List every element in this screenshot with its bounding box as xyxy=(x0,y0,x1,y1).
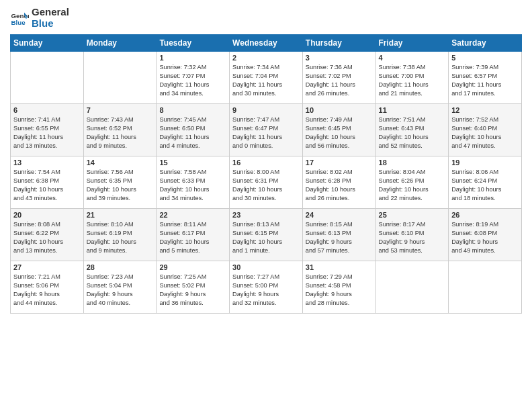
day-info: Sunrise: 8:02 AM Sunset: 6:28 PM Dayligh… xyxy=(306,168,373,203)
day-number: 11 xyxy=(379,106,446,114)
calendar-cell: 10Sunrise: 7:49 AM Sunset: 6:45 PM Dayli… xyxy=(302,104,375,156)
week-row-3: 13Sunrise: 7:54 AM Sunset: 6:38 PM Dayli… xyxy=(11,156,522,209)
day-number: 7 xyxy=(87,106,154,114)
calendar-cell: 1Sunrise: 7:32 AM Sunset: 7:07 PM Daylig… xyxy=(157,52,230,104)
calendar-cell: 9Sunrise: 7:47 AM Sunset: 6:47 PM Daylig… xyxy=(230,104,303,156)
day-info: Sunrise: 7:54 AM Sunset: 6:38 PM Dayligh… xyxy=(13,168,81,203)
day-number: 18 xyxy=(379,158,446,167)
day-info: Sunrise: 8:06 AM Sunset: 6:24 PM Dayligh… xyxy=(451,168,519,203)
day-number: 10 xyxy=(306,106,373,114)
calendar-cell: 20Sunrise: 8:08 AM Sunset: 6:22 PM Dayli… xyxy=(11,209,84,261)
header-monday: Monday xyxy=(83,35,157,52)
calendar-cell: 30Sunrise: 7:27 AM Sunset: 5:00 PM Dayli… xyxy=(230,261,303,314)
calendar-cell xyxy=(375,261,449,314)
logo: General Blue General Blue xyxy=(10,7,69,29)
day-number: 8 xyxy=(159,106,226,114)
calendar-cell: 19Sunrise: 8:06 AM Sunset: 6:24 PM Dayli… xyxy=(449,156,522,209)
header: General Blue General Blue xyxy=(10,7,522,29)
calendar-cell xyxy=(11,52,84,104)
day-number: 30 xyxy=(232,263,300,271)
day-number: 20 xyxy=(13,211,81,219)
day-info: Sunrise: 7:52 AM Sunset: 6:40 PM Dayligh… xyxy=(451,116,519,150)
calendar-cell: 29Sunrise: 7:25 AM Sunset: 5:02 PM Dayli… xyxy=(157,261,230,314)
day-info: Sunrise: 7:21 AM Sunset: 5:06 PM Dayligh… xyxy=(13,273,81,308)
logo-icon: General Blue xyxy=(10,9,29,28)
header-row: SundayMondayTuesdayWednesdayThursdayFrid… xyxy=(11,35,522,52)
calendar-cell: 22Sunrise: 8:11 AM Sunset: 6:17 PM Dayli… xyxy=(157,209,230,261)
header-wednesday: Wednesday xyxy=(230,35,303,52)
day-info: Sunrise: 7:23 AM Sunset: 5:04 PM Dayligh… xyxy=(87,273,154,308)
day-info: Sunrise: 7:27 AM Sunset: 5:00 PM Dayligh… xyxy=(232,273,300,308)
calendar-cell: 24Sunrise: 8:15 AM Sunset: 6:13 PM Dayli… xyxy=(302,209,375,261)
day-number: 4 xyxy=(379,54,446,62)
day-number: 28 xyxy=(87,263,154,271)
day-number: 21 xyxy=(87,211,154,219)
day-info: Sunrise: 8:04 AM Sunset: 6:26 PM Dayligh… xyxy=(379,168,446,203)
day-number: 24 xyxy=(306,211,373,219)
calendar-cell: 12Sunrise: 7:52 AM Sunset: 6:40 PM Dayli… xyxy=(449,104,522,156)
day-info: Sunrise: 7:49 AM Sunset: 6:45 PM Dayligh… xyxy=(306,116,373,150)
day-info: Sunrise: 7:32 AM Sunset: 7:07 PM Dayligh… xyxy=(159,63,226,98)
day-info: Sunrise: 7:38 AM Sunset: 7:00 PM Dayligh… xyxy=(379,63,446,98)
day-number: 2 xyxy=(232,54,300,62)
calendar-cell: 17Sunrise: 8:02 AM Sunset: 6:28 PM Dayli… xyxy=(302,156,375,209)
day-number: 23 xyxy=(232,211,300,219)
calendar-cell: 8Sunrise: 7:45 AM Sunset: 6:50 PM Daylig… xyxy=(157,104,230,156)
day-number: 31 xyxy=(306,263,373,271)
week-row-1: 1Sunrise: 7:32 AM Sunset: 7:07 PM Daylig… xyxy=(11,52,522,104)
day-info: Sunrise: 8:19 AM Sunset: 6:08 PM Dayligh… xyxy=(451,220,519,255)
day-number: 19 xyxy=(451,158,519,167)
day-number: 3 xyxy=(306,54,373,62)
day-info: Sunrise: 7:51 AM Sunset: 6:43 PM Dayligh… xyxy=(379,116,446,150)
logo-text-blue: Blue xyxy=(32,18,69,30)
header-thursday: Thursday xyxy=(302,35,375,52)
day-info: Sunrise: 7:25 AM Sunset: 5:02 PM Dayligh… xyxy=(159,273,226,308)
calendar-table: SundayMondayTuesdayWednesdayThursdayFrid… xyxy=(10,34,522,314)
calendar-cell: 15Sunrise: 7:58 AM Sunset: 6:33 PM Dayli… xyxy=(157,156,230,209)
calendar-cell: 18Sunrise: 8:04 AM Sunset: 6:26 PM Dayli… xyxy=(375,156,449,209)
day-number: 9 xyxy=(232,106,300,114)
calendar-cell: 11Sunrise: 7:51 AM Sunset: 6:43 PM Dayli… xyxy=(375,104,449,156)
logo-text-general: General xyxy=(32,7,69,18)
day-info: Sunrise: 8:08 AM Sunset: 6:22 PM Dayligh… xyxy=(13,220,81,255)
day-info: Sunrise: 7:36 AM Sunset: 7:02 PM Dayligh… xyxy=(306,63,373,98)
header-tuesday: Tuesday xyxy=(157,35,230,52)
day-info: Sunrise: 8:10 AM Sunset: 6:19 PM Dayligh… xyxy=(87,220,154,255)
day-number: 22 xyxy=(159,211,226,219)
day-info: Sunrise: 7:45 AM Sunset: 6:50 PM Dayligh… xyxy=(159,116,226,150)
day-number: 13 xyxy=(13,158,81,167)
calendar-cell: 4Sunrise: 7:38 AM Sunset: 7:00 PM Daylig… xyxy=(375,52,449,104)
header-sunday: Sunday xyxy=(11,35,84,52)
day-info: Sunrise: 7:56 AM Sunset: 6:35 PM Dayligh… xyxy=(87,168,154,203)
day-info: Sunrise: 8:17 AM Sunset: 6:10 PM Dayligh… xyxy=(379,220,446,255)
week-row-5: 27Sunrise: 7:21 AM Sunset: 5:06 PM Dayli… xyxy=(11,261,522,314)
day-info: Sunrise: 7:47 AM Sunset: 6:47 PM Dayligh… xyxy=(232,116,300,150)
header-friday: Friday xyxy=(375,35,449,52)
day-number: 1 xyxy=(159,54,226,62)
day-number: 15 xyxy=(159,158,226,167)
day-info: Sunrise: 8:11 AM Sunset: 6:17 PM Dayligh… xyxy=(159,220,226,255)
calendar-cell: 28Sunrise: 7:23 AM Sunset: 5:04 PM Dayli… xyxy=(83,261,157,314)
calendar-cell: 21Sunrise: 8:10 AM Sunset: 6:19 PM Dayli… xyxy=(83,209,157,261)
calendar-cell: 3Sunrise: 7:36 AM Sunset: 7:02 PM Daylig… xyxy=(302,52,375,104)
calendar-cell: 6Sunrise: 7:41 AM Sunset: 6:55 PM Daylig… xyxy=(11,104,84,156)
calendar-cell: 23Sunrise: 8:13 AM Sunset: 6:15 PM Dayli… xyxy=(230,209,303,261)
day-info: Sunrise: 8:15 AM Sunset: 6:13 PM Dayligh… xyxy=(306,220,373,255)
calendar-cell xyxy=(449,261,522,314)
day-number: 17 xyxy=(306,158,373,167)
calendar-cell: 26Sunrise: 8:19 AM Sunset: 6:08 PM Dayli… xyxy=(449,209,522,261)
page: General Blue General Blue SundayMondayTu… xyxy=(0,0,532,411)
calendar-cell: 7Sunrise: 7:43 AM Sunset: 6:52 PM Daylig… xyxy=(83,104,157,156)
day-info: Sunrise: 8:00 AM Sunset: 6:31 PM Dayligh… xyxy=(232,168,300,203)
day-number: 14 xyxy=(87,158,154,167)
day-number: 26 xyxy=(451,211,519,219)
day-info: Sunrise: 7:34 AM Sunset: 7:04 PM Dayligh… xyxy=(232,63,300,98)
day-info: Sunrise: 7:43 AM Sunset: 6:52 PM Dayligh… xyxy=(87,116,154,150)
calendar-cell: 25Sunrise: 8:17 AM Sunset: 6:10 PM Dayli… xyxy=(375,209,449,261)
day-info: Sunrise: 7:29 AM Sunset: 4:58 PM Dayligh… xyxy=(306,273,373,308)
day-number: 5 xyxy=(451,54,519,62)
day-number: 6 xyxy=(13,106,81,114)
day-info: Sunrise: 8:13 AM Sunset: 6:15 PM Dayligh… xyxy=(232,220,300,255)
day-number: 16 xyxy=(232,158,300,167)
calendar-cell: 2Sunrise: 7:34 AM Sunset: 7:04 PM Daylig… xyxy=(230,52,303,104)
